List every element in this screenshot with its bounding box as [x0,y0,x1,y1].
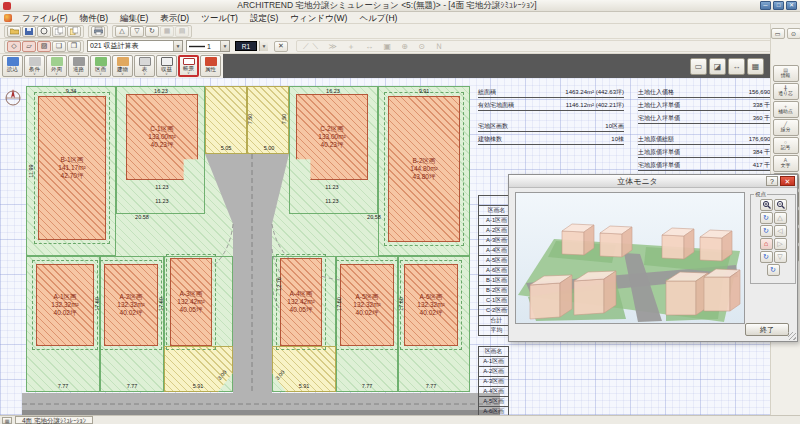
mode-button-9[interactable]: 属性 [200,55,221,77]
menu-3[interactable]: 表示(D) [154,13,195,23]
mode-icon-3 [73,57,85,66]
annotation-button-5[interactable]: A文字 [773,155,799,172]
menu-2[interactable]: 編集(E) [114,13,154,23]
save-icon[interactable] [22,26,36,37]
building-4[interactable]: A-1区画132.32m²40.02坪 [36,264,94,346]
summary-gap [638,127,770,135]
building-0[interactable]: B-1区画141.17m²42.70坪 [38,96,106,240]
summary-block: 総面積1463.24m² (442.63坪)有効宅地面積1146.12m² (4… [478,88,770,174]
annotation-button-0[interactable]: ▤情報 [773,65,799,82]
reserve-lot-top-left[interactable] [205,86,247,154]
tilt-down-icon[interactable]: ▽ [774,251,787,263]
sheet-list-icon[interactable]: ▦ [2,417,12,424]
mode-button-0[interactable]: 読込 [2,55,23,77]
mode-button-1[interactable]: 条件∨ [24,55,45,77]
annotation-button-4[interactable]: ○記号 [773,137,799,154]
close-icon[interactable]: ✕ [786,1,797,10]
lot-name: A-4区画 [289,290,312,298]
zoom-prev-icon[interactable]: △ [115,26,129,37]
mode-button-8[interactable]: 帳票∨ [178,55,199,77]
refresh-view-icon[interactable]: ↻ [145,26,159,37]
split-horizontal-icon[interactable]: ▦ [160,26,174,37]
snap-intersection-icon[interactable]: ❏ [52,41,66,52]
pen-combo[interactable]: R1 ▼ [233,40,271,52]
measure-icon[interactable]: ↔ [728,58,745,75]
mode-button-4[interactable]: 区画∨ [90,55,111,77]
sheet-select-value: 021 収益計算表 [90,41,139,51]
mode-button-2[interactable]: 外周∨ [46,55,67,77]
snap-grid-icon[interactable]: ▱ [22,41,36,52]
mode-button-7[interactable]: 収益∨ [156,55,177,77]
menu-7[interactable]: ヘルプ(H) [353,13,403,23]
rotate-down-left-icon[interactable]: ↻ [760,251,773,263]
monitor-titlebar[interactable]: 立体モニタ ? ✕ [509,175,797,188]
line-style-combo[interactable]: 1 ▼ [186,40,230,52]
rotate-up-right-icon[interactable]: ↻ [760,225,773,237]
clear-selection-icon[interactable]: ✕ [274,41,288,52]
menu-0[interactable]: ファイル(F) [16,13,74,23]
minimize-icon[interactable]: ─ [760,1,771,10]
menu-6[interactable]: ウィンドウ(W) [284,13,353,23]
tilt-up-icon[interactable]: △ [774,212,787,224]
dimension-label: 7.77 [127,383,138,389]
exit-button[interactable]: 終了 [745,323,789,336]
mode-icon-0 [7,57,19,66]
rotate-up-left-icon[interactable]: ↻ [760,212,773,224]
mode-icon-1 [29,57,41,66]
building-3[interactable]: B-2区画144.80m²43.80坪 [388,96,460,242]
building-6[interactable]: A-3区画132.42m²40.05坪 [170,258,212,346]
site-plan[interactable]: B-1区画141.17m²42.70坪C-1区画133.00m²40.23坪C-… [22,84,500,415]
lot-area: 132.42m² [287,298,314,306]
mode-button-6[interactable]: 表∨ [134,55,155,77]
menu-4[interactable]: ツール(T) [195,13,244,23]
monitor-close-icon[interactable]: ✕ [780,176,795,186]
building-7[interactable]: A-4区画132.42m²40.05坪 [280,258,322,346]
grid-toggle-icon[interactable]: ▦ [747,58,764,75]
building-5[interactable]: A-2区画132.32m²40.02坪 [104,264,158,346]
zoom-next-icon[interactable]: ▽ [130,26,144,37]
rotate-down-right-icon[interactable]: ↻ [767,264,780,276]
print-icon[interactable] [91,26,105,37]
monitor-viewport[interactable] [515,192,745,324]
maximize-icon[interactable]: □ [773,1,784,10]
road-vertical [233,219,272,395]
monitor-window[interactable]: 立体モニタ ? ✕ [508,174,798,342]
pan-tool-icon[interactable]: ▭ [771,28,785,39]
annotation-button-2[interactable]: ＋補助点 [773,101,799,118]
summary-row: 総面積1463.24m² (442.63坪) [478,88,624,98]
toolbar-standard: △ ▽ ↻ ▦ ▤ [0,24,800,39]
pan-right-icon[interactable]: ▷ [774,238,787,250]
table-cell: A-1区画 [479,357,509,367]
split-vertical-icon[interactable]: ▤ [175,26,189,37]
select-box-icon[interactable]: ▭ [690,58,707,75]
mode-button-5[interactable]: 建物∨ [112,55,133,77]
zoom-in-icon[interactable] [760,199,773,211]
annotation-button-3[interactable]: ╱線分 [773,119,799,136]
snap-midpoint-icon[interactable]: ❐ [67,41,81,52]
summary-row: 土地原価坪単価384 千円/坪 [638,148,770,158]
building-9[interactable]: A-6区画132.32m²40.02坪 [404,264,458,346]
help-button[interactable]: ? [766,176,778,186]
sheet-select-combo[interactable]: 021 収益計算表 ▼ [87,40,183,52]
zoom-out-icon[interactable] [774,199,787,211]
mode-button-3[interactable]: 道路∨ [68,55,89,77]
menu-1[interactable]: 物件(B) [74,13,114,23]
snap-endpoint-icon[interactable]: ▨ [37,41,51,52]
select-element-icon[interactable]: ◪ [709,58,726,75]
active-sheet-tab[interactable]: 4面 宅地分譲ｼﾐｭﾚｰｼｮﾝ [15,416,93,424]
snap-free-icon[interactable]: ◇ [7,41,21,52]
circle-tool-icon[interactable] [37,26,51,37]
menu-5[interactable]: 設定(S) [244,13,284,23]
building-8[interactable]: A-5区画132.32m²40.02坪 [340,264,394,346]
resize-grip[interactable] [788,332,796,340]
zoom-tool-icon[interactable]: ⊙ [787,28,800,39]
chevron-down-icon: ∨ [121,72,124,76]
open-file-icon[interactable] [7,26,21,37]
sheet-save-icon[interactable] [67,26,81,37]
pan-left-icon[interactable]: ◁ [774,225,787,237]
annotation-button-1[interactable]: ╂通り芯 [773,83,799,100]
sheet-copy-icon[interactable] [52,26,66,37]
home-view-icon[interactable]: ⌂ [760,238,773,250]
annotation-label: 補助点 [778,109,792,115]
lot-name: A-2区画 [119,293,142,301]
